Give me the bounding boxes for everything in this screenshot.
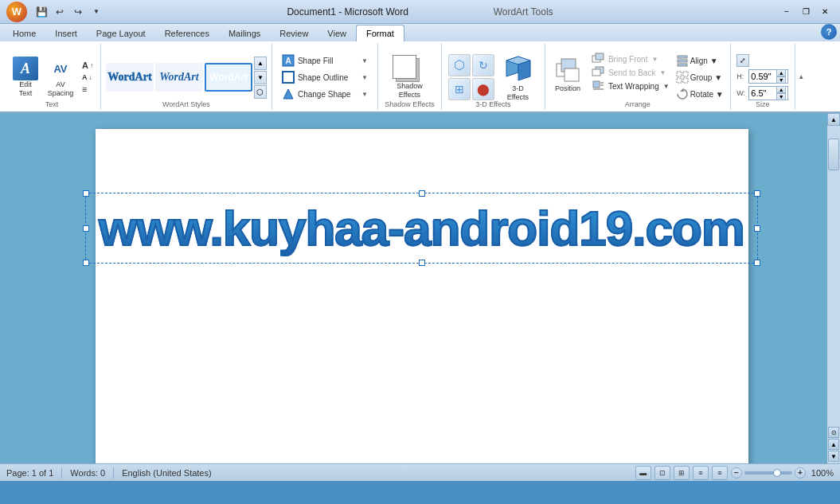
wordart-scroll-up[interactable]: ▲ [254,57,267,70]
shape-fill-btn[interactable]: A Shape Fill ▼ [277,53,373,68]
handle-middle-left[interactable] [83,225,89,232]
change-shape-btn[interactable]: Change Shape ▼ [277,86,373,102]
change-shape-dropdown[interactable]: ▼ [361,91,368,98]
3d-effects-btn[interactable]: 3-DEffects [498,55,537,100]
svg-rect-17 [593,81,600,88]
handle-top-left[interactable] [83,190,89,197]
position-label: Position [555,84,580,92]
send-back-btn[interactable]: Send to Back [607,68,657,78]
wordart-scroll-down[interactable]: ▼ [254,71,267,84]
view-draft-btn[interactable]: ≡ [712,466,728,480]
words-status: Words: 0 [70,468,105,478]
scroll-thumb[interactable] [828,139,839,170]
view-print-btn[interactable]: ▬ [635,466,651,480]
restore-btn[interactable]: ❐ [797,5,815,19]
bring-front-btn[interactable]: Bring Front [607,54,649,64]
handle-middle-right[interactable] [754,225,760,232]
view-fullscreen-btn[interactable]: ⊡ [654,466,670,480]
shape-fill-group: A Shape Fill ▼ Shape Outline ▼ Ch [272,43,378,110]
handle-top-middle[interactable] [419,190,425,197]
status-bar: Page: 1 of 1 Words: 0 English (United St… [0,463,840,481]
3d-tilt-up-btn[interactable]: ⬡ [448,54,471,76]
font-decrease-btn[interactable]: A ↓ [80,72,96,82]
status-divider-1 [61,467,62,479]
3d-color-btn[interactable]: ⬤ [472,78,494,100]
group-icon [676,71,689,84]
wordart-selection-box[interactable]: www.kuyhaa-android19.com [85,193,758,264]
language-status: English (United States) [122,468,212,478]
bring-front-icon [592,53,604,65]
rotate-label[interactable]: Rotate ▼ [690,90,724,99]
handle-bottom-middle[interactable] [419,260,425,266]
shadow-effects-label: ShadowEffects [397,82,423,100]
height-spin-down[interactable]: ▼ [776,76,786,84]
align-label[interactable]: Align ▼ [690,57,718,65]
handle-top-right[interactable] [754,190,760,197]
close-btn[interactable]: ✕ [816,5,834,19]
wordart-scroll-expand[interactable]: ⬡ [254,85,267,99]
width-spin-up[interactable]: ▲ [776,86,786,93]
arrange-group-label: Arrange [625,100,651,108]
edit-text-btn[interactable]: A EditText [8,55,43,100]
text-wrapping-btn[interactable]: Text Wrapping [607,81,661,92]
office-orb[interactable]: W [6,2,27,22]
wordart-style-1[interactable]: WordArt [106,63,154,92]
handle-bottom-left[interactable] [83,260,89,266]
tab-home[interactable]: Home [3,25,45,41]
handle-bottom-right[interactable] [754,260,760,266]
av-spacing-btn[interactable]: AV AVSpacing [45,55,76,100]
tab-format[interactable]: Format [356,25,404,41]
scroll-select-btn[interactable]: ⊙ [828,427,839,438]
ribbon-collapse-btn[interactable]: ▲ [795,43,807,110]
scroll-up-btn[interactable]: ▲ [827,113,840,126]
help-btn[interactable]: ? [821,24,837,40]
zoom-level: 100% [811,468,834,478]
height-input[interactable]: 0.59" ▲ ▼ [748,69,788,84]
font-size-btn[interactable]: A ↑ [80,60,96,71]
shape-outline-btn[interactable]: Shape Outline ▼ [277,69,373,85]
tab-review[interactable]: Review [270,25,318,41]
zoom-slider[interactable] [744,471,792,475]
tab-view[interactable]: View [318,25,356,41]
tab-mailings[interactable]: Mailings [219,25,270,41]
3d-depth-btn[interactable]: ⊞ [448,78,471,100]
tab-references[interactable]: References [155,25,219,41]
tab-page-layout[interactable]: Page Layout [87,25,155,41]
scroll-down-btn[interactable]: ▼ [828,451,839,462]
view-outline-btn[interactable]: ≡ [693,466,709,480]
arrange-row1: Bring Front ▼ [592,53,670,65]
shape-outline-dropdown[interactable]: ▼ [361,74,368,81]
position-btn[interactable]: Position [550,53,585,97]
size-expand-icon[interactable]: ⤢ [736,54,749,67]
width-input[interactable]: 6.5" ▲ ▼ [748,86,788,100]
height-spin-up[interactable]: ▲ [776,69,786,76]
minimize-btn[interactable]: − [778,5,795,19]
3d-rotate-btn[interactable]: ↻ [472,54,494,76]
wordart-container[interactable]: www.kuyhaa-android19.com [119,193,725,264]
document-area: www.kuyhaa-android19.com ▲ ⊙ ▲ ▼ [0,113,840,463]
tab-insert[interactable]: Insert [45,25,87,41]
save-quick-btn[interactable]: 💾 [33,4,49,20]
zoom-minus-btn[interactable]: − [731,467,742,479]
view-web-btn[interactable]: ⊞ [674,466,690,480]
send-back-dropdown[interactable]: ▼ [659,69,666,76]
align-btn[interactable]: ≡ [80,84,96,95]
svg-marker-9 [518,61,530,80]
qa-dropdown-btn[interactable]: ▼ [88,4,104,20]
shape-fill-dropdown[interactable]: ▼ [361,57,368,64]
zoom-slider-thumb[interactable] [773,469,781,477]
undo-quick-btn[interactable]: ↩ [52,4,68,20]
redo-quick-btn[interactable]: ↪ [70,4,86,20]
align-col: Align ▼ Group ▼ Rotate ▼ [674,53,725,102]
align-row: Align ▼ [674,53,725,68]
scroll-prev-btn[interactable]: ▲ [828,439,839,450]
vertical-scrollbar[interactable]: ▲ ⊙ ▲ ▼ [827,113,840,463]
text-wrapping-dropdown[interactable]: ▼ [663,83,670,90]
wordart-style-2[interactable]: WordArt [155,63,203,92]
width-spin-down[interactable]: ▼ [776,93,786,100]
bring-front-dropdown[interactable]: ▼ [651,56,658,63]
zoom-plus-btn[interactable]: + [795,467,806,479]
group-label[interactable]: Group ▼ [690,73,722,82]
shadow-effects-btn[interactable]: ShadowEffects [388,55,431,100]
wordart-style-3[interactable]: WordArt [205,63,252,92]
